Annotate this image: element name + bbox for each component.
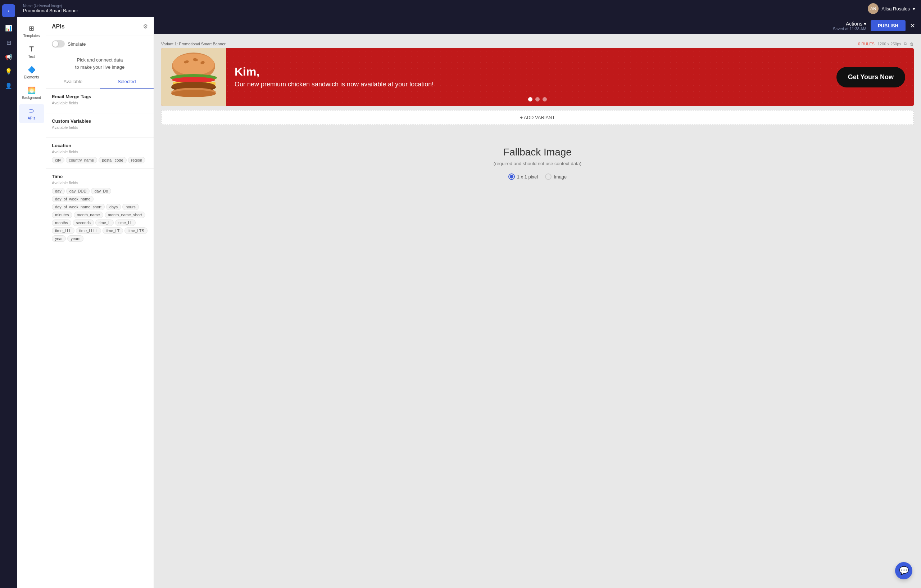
chat-bubble[interactable]: 💬 — [895, 562, 912, 579]
simulate-label: Simulate — [68, 41, 86, 47]
field-time-lt[interactable]: time_LT — [103, 227, 123, 234]
fallback-option-pixel[interactable]: 1 x 1 pixel — [508, 173, 538, 180]
field-day-ddd[interactable]: day_DDD — [66, 188, 90, 194]
field-month-name[interactable]: month_name — [74, 212, 103, 218]
toggle-thumb — [52, 41, 58, 47]
field-months[interactable]: months — [52, 220, 71, 226]
avatar: AR — [868, 3, 879, 14]
chevron-down-icon: ▾ — [864, 21, 866, 27]
tool-background-label: Background — [22, 96, 41, 100]
field-year[interactable]: year — [52, 235, 66, 242]
field-month-name-short[interactable]: month_name_short — [105, 212, 145, 218]
nav-icon-campaign[interactable]: 📢 — [2, 50, 15, 64]
nav-icon-dashboard[interactable]: 📊 — [2, 21, 15, 34]
size-label: 1200 x 250px — [877, 42, 901, 46]
gear-icon[interactable]: ⚙ — [143, 23, 148, 30]
radio-image-label: Image — [554, 174, 566, 179]
tool-elements[interactable]: 🔷 Elements — [19, 63, 44, 82]
tool-apis[interactable]: ⊃ APIs — [19, 104, 44, 123]
field-years[interactable]: years — [67, 235, 83, 242]
tool-templates[interactable]: ⊞ Templates — [19, 21, 44, 41]
fallback-section: Fallback Image (required and should not … — [161, 132, 914, 194]
field-day-do[interactable]: day_Do — [91, 188, 111, 194]
pick-connect-text: Pick and connect data to make your live … — [46, 52, 154, 75]
variant-header: Variant 1: Promotional Smart Banner 0 RU… — [161, 41, 914, 46]
apis-icon: ⊃ — [29, 107, 34, 115]
action-bar: Actions ▾ Saved at 11:38 AM PUBLISH ✕ — [154, 17, 921, 34]
tab-available[interactable]: Available — [46, 75, 100, 88]
fallback-subtitle: (required and should not use context dat… — [168, 161, 906, 166]
user-info[interactable]: AR Alisa Rosales ▾ — [868, 3, 915, 14]
variant-meta: 0 RULES 1200 x 250px ⧉ 🗑 — [858, 41, 914, 46]
banner-wrapper: Kim, Our new premium chicken sandwich is… — [161, 48, 914, 106]
nav-icon-person[interactable]: 👤 — [2, 79, 15, 92]
field-hours[interactable]: hours — [122, 204, 139, 210]
location-sub: Available fields — [52, 150, 148, 154]
project-subtitle: Name (Universal Image) — [23, 4, 78, 8]
delete-icon[interactable]: 🗑 — [910, 42, 914, 46]
top-bar-right: AR Alisa Rosales ▾ — [868, 3, 915, 14]
close-icon[interactable]: ✕ — [910, 22, 915, 30]
tab-selected[interactable]: Selected — [100, 75, 154, 88]
tool-templates-label: Templates — [23, 34, 40, 38]
simulate-row: Simulate — [46, 36, 154, 52]
field-days[interactable]: days — [106, 204, 121, 210]
actions-dropdown[interactable]: Actions ▾ — [846, 21, 866, 27]
saved-text: Saved at 11:38 AM — [833, 27, 866, 31]
nav-toggle[interactable]: ‹ — [2, 4, 15, 17]
burger-svg — [167, 52, 221, 102]
chevron-down-icon: ▾ — [913, 6, 915, 11]
location-fields: city country_name postal_code region — [52, 157, 148, 163]
elements-icon: 🔷 — [28, 66, 36, 74]
nav-icon-grid[interactable]: ⊞ — [2, 36, 15, 49]
banner[interactable]: Kim, Our new premium chicken sandwich is… — [161, 48, 914, 106]
panel-header: APIs ⚙ — [46, 17, 154, 36]
publish-button[interactable]: PUBLISH — [871, 20, 906, 31]
time-sub: Available fields — [52, 181, 148, 185]
field-time-l[interactable]: time_L — [95, 220, 114, 226]
banner-pagination — [528, 97, 547, 101]
field-time-lts[interactable]: time_LTS — [124, 227, 148, 234]
field-day-of-week-name[interactable]: day_of_week_name — [52, 196, 94, 202]
field-minutes[interactable]: minutes — [52, 212, 72, 218]
field-seconds[interactable]: seconds — [73, 220, 94, 226]
banner-image — [161, 48, 226, 106]
field-postal-code[interactable]: postal_code — [99, 157, 126, 163]
field-city[interactable]: city — [52, 157, 64, 163]
svg-point-11 — [171, 90, 216, 97]
simulate-toggle[interactable] — [52, 40, 65, 47]
tool-background[interactable]: 🌅 Background — [19, 83, 44, 103]
field-time-ll[interactable]: time_LL — [115, 220, 136, 226]
email-merge-tags-section: Email Merge Tags Available fields — [46, 89, 154, 113]
copy-icon[interactable]: ⧉ — [904, 41, 907, 46]
tool-elements-label: Elements — [24, 75, 39, 79]
actions-label: Actions — [846, 21, 862, 27]
field-time-llll[interactable]: time_LLLL — [76, 227, 101, 234]
banner-body: Our new premium chicken sandwich is now … — [234, 80, 828, 89]
field-region[interactable]: region — [128, 157, 146, 163]
apis-panel: APIs ⚙ Simulate Pick and connect data to… — [46, 17, 154, 588]
time-title: Time — [52, 174, 148, 179]
fallback-title: Fallback Image — [168, 147, 906, 158]
field-day[interactable]: day — [52, 188, 65, 194]
dot-3[interactable] — [542, 97, 547, 101]
banner-text: Kim, Our new premium chicken sandwich is… — [226, 58, 836, 96]
background-icon: 🌅 — [28, 86, 36, 94]
field-time-lll[interactable]: time_LLL — [52, 227, 75, 234]
dot-2[interactable] — [535, 97, 540, 101]
chat-icon: 💬 — [899, 566, 909, 575]
field-day-of-week-name-short[interactable]: day_of_week_name_short — [52, 204, 105, 210]
location-title: Location — [52, 143, 148, 148]
radio-pixel-label: 1 x 1 pixel — [517, 174, 538, 179]
time-fields: day day_DDD day_Do day_of_week_name day_… — [52, 188, 148, 242]
dot-1[interactable] — [528, 97, 532, 101]
fallback-option-image[interactable]: Image — [545, 173, 566, 180]
field-country-name[interactable]: country_name — [66, 157, 98, 163]
canvas-content: Variant 1: Promotional Smart Banner 0 RU… — [154, 34, 921, 588]
nav-icon-ideas[interactable]: 💡 — [2, 65, 15, 78]
cta-button[interactable]: Get Yours Now — [836, 67, 905, 88]
sidebar-tools: ⊞ Templates T Text 🔷 Elements 🌅 Backgrou… — [17, 17, 46, 588]
tool-text[interactable]: T Text — [19, 42, 44, 62]
add-variant-button[interactable]: + ADD VARIANT — [161, 110, 914, 125]
variant-label: Variant 1: Promotional Smart Banner — [161, 42, 226, 46]
